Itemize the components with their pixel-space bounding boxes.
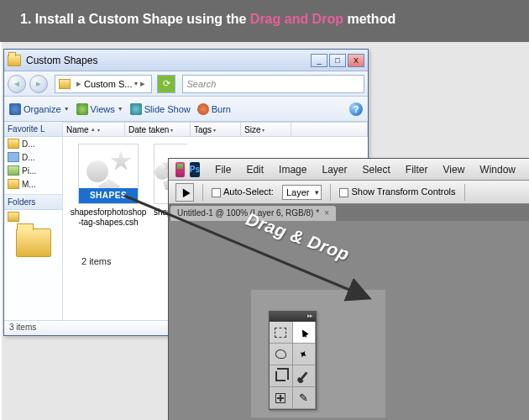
ps-tools-panel[interactable]: ✦ ✎ [269, 311, 317, 410]
tutorial-header: 1. Install a Custom Shape using the Drag… [0, 0, 529, 42]
minimize-button[interactable]: _ [311, 54, 327, 67]
slideshow-button[interactable]: Slide Show [130, 103, 191, 115]
eyedropper-icon [300, 371, 308, 381]
items-count: 2 items [81, 256, 111, 266]
menu-window[interactable]: Window [473, 162, 522, 177]
photoshop-window: Ps File Edit Image Layer Select Filter V… [168, 158, 529, 420]
eyedropper-tool[interactable] [293, 365, 317, 387]
ps-document-tabs: Untitled-1 @ 100% (Layer 6, RGB/8) *× [169, 204, 529, 221]
sidebar-item[interactable]: D... [4, 137, 62, 150]
col-spacer [291, 123, 368, 136]
lasso-icon [275, 349, 286, 359]
file-thumbnail: SHAPES [78, 144, 139, 204]
ps-menubar: Ps File Edit Image Layer Select Filter V… [169, 159, 529, 181]
menu-layer[interactable]: Layer [315, 162, 354, 177]
folder-icon [8, 139, 19, 149]
back-button[interactable]: ◄ [8, 75, 26, 93]
pictures-icon [8, 165, 19, 176]
menu-edit[interactable]: Edit [239, 162, 270, 177]
wand-icon: ✦ [296, 346, 311, 361]
folder-icon [8, 212, 19, 222]
explorer-nav: ◄ ► ▸ Custom S... ▾ ▸ ⟳ Search [4, 71, 368, 97]
move-icon [299, 328, 308, 337]
menu-file[interactable]: File [208, 162, 238, 177]
lasso-tool[interactable] [270, 344, 293, 365]
header-accent: Drag and Drop [250, 12, 343, 26]
menu-select[interactable]: Select [355, 162, 396, 177]
header-prefix: 1. Install a Custom Shape using the [20, 12, 250, 26]
crumb-sep: ▸ [76, 78, 81, 89]
folder-icon[interactable] [16, 228, 51, 257]
winrar-icon [175, 162, 185, 177]
ps-options-bar: Auto-Select: Layer Show Transform Contro… [169, 181, 529, 204]
folder-icon [59, 79, 71, 89]
menu-view[interactable]: View [437, 162, 472, 177]
heal-tool[interactable] [270, 387, 293, 409]
window-title: Custom Shapes [26, 55, 311, 66]
show-transform-option[interactable]: Show Transform Controls [339, 186, 455, 197]
crop-tool[interactable] [270, 365, 293, 387]
burn-button[interactable]: Burn [197, 103, 231, 115]
music-icon [8, 179, 19, 189]
document-icon [8, 152, 19, 162]
file-name: shapesforphotoshop-tag-shapes.csh [70, 207, 147, 228]
search-input[interactable]: Search [182, 75, 364, 93]
sidebar-item[interactable]: D... [4, 150, 62, 164]
maximize-button[interactable]: □ [329, 54, 346, 67]
organize-menu[interactable]: Organize▼ [9, 103, 70, 115]
header-suffix: method [343, 12, 395, 26]
folder-icon [8, 55, 21, 66]
favorites-header[interactable]: Favorite L [4, 122, 62, 137]
crumb-label: Custom S... [84, 79, 132, 89]
shapes-badge: SHAPES [79, 188, 138, 203]
tree-item[interactable] [4, 210, 62, 223]
organize-icon [9, 103, 21, 115]
views-icon [76, 103, 88, 115]
folders-header[interactable]: Folders [4, 195, 62, 210]
explorer-titlebar[interactable]: Custom Shapes _ □ X [4, 50, 368, 71]
checkbox[interactable] [212, 188, 221, 197]
sidebar-item[interactable]: M... [4, 177, 62, 191]
checkbox[interactable] [339, 188, 348, 197]
tools-panel-header[interactable] [270, 312, 316, 322]
col-size[interactable]: Size▾ [241, 123, 291, 136]
col-tags[interactable]: Tags▾ [191, 123, 241, 136]
marquee-icon [275, 328, 286, 338]
brush-tool[interactable]: ✎ [293, 387, 317, 409]
move-tool-icon [179, 186, 190, 197]
crop-icon [275, 371, 285, 381]
explorer-sidebar: Favorite L D... D... Pi... M... Folders [4, 122, 63, 320]
crumb-sep: ▸ [140, 78, 145, 89]
help-button[interactable]: ? [349, 102, 363, 116]
breadcrumb[interactable]: ▸ Custom S... ▾ ▸ [55, 75, 152, 93]
column-headers: Name▲▾ Date taken▾ Tags▾ Size▾ [63, 122, 368, 137]
forward-button[interactable]: ► [29, 75, 48, 93]
views-menu[interactable]: Views▼ [76, 103, 123, 115]
chevron-down-icon[interactable]: ▾ [134, 80, 138, 87]
slideshow-icon [130, 103, 142, 115]
marquee-tool[interactable] [270, 322, 293, 344]
auto-select-dropdown[interactable]: Layer [282, 185, 322, 200]
auto-select-option[interactable]: Auto-Select: [212, 186, 274, 197]
brush-icon: ✎ [299, 391, 308, 404]
move-tool[interactable] [293, 322, 317, 344]
refresh-button[interactable]: ⟳ [157, 75, 175, 93]
burn-icon [197, 103, 209, 115]
menu-filter[interactable]: Filter [399, 162, 435, 177]
close-button[interactable]: X [348, 54, 364, 67]
explorer-toolbar: Organize▼ Views▼ Slide Show Burn ? [4, 97, 368, 122]
active-tool-icon[interactable] [175, 183, 194, 202]
wand-tool[interactable]: ✦ [293, 344, 317, 365]
col-name[interactable]: Name▲▾ [63, 123, 125, 136]
menu-image[interactable]: Image [272, 162, 313, 177]
col-date[interactable]: Date taken▾ [125, 123, 191, 136]
sidebar-item[interactable]: Pi... [4, 164, 62, 177]
file-item[interactable]: SHAPES shapesforphotoshop-tag-shapes.csh [70, 144, 147, 228]
heal-icon [275, 393, 285, 403]
photoshop-logo: Ps [190, 162, 200, 177]
close-tab-icon[interactable]: × [324, 208, 329, 218]
